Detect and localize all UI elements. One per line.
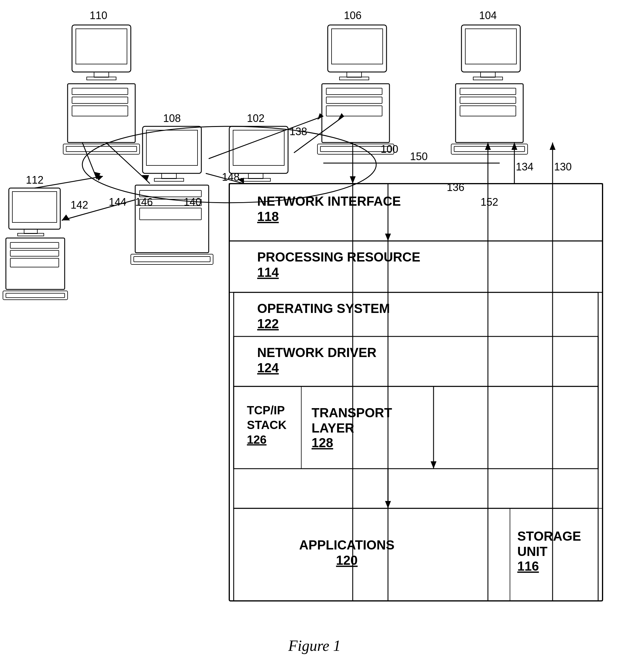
label-tcpip: TCP/IP: [247, 404, 285, 417]
svg-rect-21: [328, 25, 387, 72]
label-102: 102: [247, 112, 264, 124]
svg-marker-68: [142, 175, 149, 181]
svg-rect-33: [481, 72, 495, 77]
svg-rect-59: [234, 336, 598, 386]
svg-rect-37: [460, 97, 516, 103]
label-processing-resource-num: 114: [257, 265, 279, 280]
label-network-driver-num: 124: [257, 361, 279, 375]
svg-line-69: [145, 179, 150, 184]
ref-142: 142: [71, 199, 88, 211]
svg-rect-12: [146, 130, 197, 165]
svg-rect-1: [72, 25, 131, 72]
svg-rect-58: [234, 292, 598, 508]
svg-rect-46: [10, 242, 59, 248]
svg-rect-11: [143, 126, 201, 173]
svg-rect-13: [162, 173, 176, 179]
label-104: 104: [479, 9, 497, 21]
label-processing-resource: PROCESSING RESOURCE: [257, 250, 420, 264]
svg-rect-49: [3, 291, 68, 300]
svg-rect-6: [72, 88, 128, 95]
svg-rect-20: [134, 257, 210, 262]
svg-rect-31: [462, 25, 520, 72]
svg-rect-35: [456, 84, 523, 143]
svg-rect-22: [331, 29, 383, 64]
svg-rect-48: [10, 258, 59, 267]
svg-rect-32: [465, 29, 516, 64]
label-stack: STACK: [247, 418, 286, 431]
label-108: 108: [163, 112, 181, 124]
svg-rect-10: [66, 146, 137, 152]
svg-marker-90: [385, 234, 391, 241]
svg-rect-42: [13, 192, 57, 222]
svg-rect-5: [68, 84, 135, 143]
ref-150: 150: [410, 150, 428, 163]
label-112: 112: [26, 174, 44, 186]
svg-rect-28: [326, 106, 382, 116]
ref-100: 100: [381, 143, 398, 155]
svg-marker-94: [385, 501, 391, 508]
label-os: OPERATING SYSTEM: [257, 301, 390, 316]
svg-rect-52: [233, 130, 284, 165]
ref-136: 136: [447, 181, 464, 193]
diagram: 110 108: [0, 0, 629, 672]
svg-rect-25: [322, 84, 390, 143]
svg-rect-19: [131, 254, 213, 264]
svg-rect-45: [6, 238, 65, 289]
ref-138: 138: [289, 125, 307, 138]
svg-marker-77: [350, 176, 356, 184]
ref-148: 148: [222, 171, 239, 183]
ref-146: 146: [135, 196, 153, 208]
label-os-num: 122: [257, 316, 279, 331]
svg-rect-18: [140, 208, 201, 220]
svg-rect-57: [229, 241, 603, 292]
ref-144: 144: [109, 196, 126, 208]
svg-rect-51: [229, 126, 288, 173]
svg-rect-38: [460, 106, 516, 116]
svg-rect-23: [347, 72, 362, 77]
svg-rect-15: [135, 185, 209, 253]
svg-rect-3: [94, 72, 109, 77]
svg-rect-47: [10, 250, 59, 256]
svg-rect-27: [326, 97, 382, 103]
label-storage: STORAGE: [517, 529, 581, 543]
ref-152: 152: [481, 196, 498, 208]
svg-rect-36: [460, 88, 516, 95]
svg-marker-73: [318, 113, 323, 120]
svg-marker-92: [430, 461, 437, 469]
svg-rect-7: [72, 97, 128, 103]
svg-rect-41: [9, 188, 60, 229]
ref-134: 134: [516, 161, 534, 173]
svg-rect-8: [72, 106, 128, 116]
svg-rect-60: [234, 386, 598, 469]
label-applications-num: 120: [336, 553, 357, 568]
svg-rect-50: [6, 293, 65, 298]
label-network-driver: NETWORK DRIVER: [257, 345, 376, 360]
svg-rect-56: [229, 184, 603, 241]
svg-marker-83: [550, 143, 556, 150]
label-applications: APPLICATIONS: [299, 538, 394, 552]
svg-rect-26: [326, 88, 382, 95]
label-unit: UNIT: [517, 544, 548, 558]
label-network-interface-num: 118: [257, 209, 279, 224]
label-storage-num: 116: [517, 559, 539, 573]
label-110: 110: [90, 9, 107, 21]
svg-rect-53: [248, 173, 263, 179]
ref-130: 130: [554, 161, 572, 173]
svg-marker-88: [62, 215, 70, 220]
label-transport-layer: TRANSPORT: [311, 406, 392, 420]
svg-rect-2: [76, 29, 127, 64]
ref-140: 140: [184, 196, 201, 208]
label-layer: LAYER: [311, 421, 354, 435]
label-network-interface: NETWORK INTERFACE: [257, 194, 401, 208]
svg-line-67: [106, 143, 147, 181]
label-transport-num: 128: [311, 435, 333, 450]
svg-rect-30: [320, 146, 391, 152]
svg-line-95: [35, 176, 103, 188]
svg-rect-43: [24, 229, 37, 234]
label-106: 106: [344, 9, 362, 21]
figure-label: Figure 1: [288, 637, 341, 654]
label-tcpip-num: 126: [247, 433, 266, 446]
svg-marker-75: [338, 113, 344, 120]
